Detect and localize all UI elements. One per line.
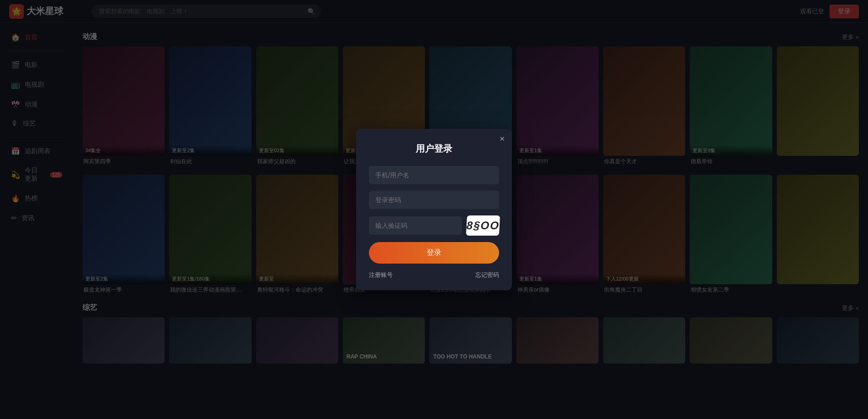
captcha-row: 8§OO [369,215,499,236]
modal-title: 用户登录 [369,143,499,155]
login-submit-button[interactable]: 登录 [369,242,499,264]
modal-links: 注册账号 忘记密码 [369,271,499,279]
captcha-input[interactable] [369,216,462,235]
modal-overlay[interactable]: × 用户登录 8§OO 登录 注册账号 忘记密码 [0,0,868,419]
captcha-image[interactable]: 8§OO [466,215,500,236]
forgot-link[interactable]: 忘记密码 [475,271,499,279]
modal-close-button[interactable]: × [500,134,505,144]
password-input[interactable] [369,191,499,209]
register-link[interactable]: 注册账号 [369,271,393,279]
login-modal: × 用户登录 8§OO 登录 注册账号 忘记密码 [356,129,512,290]
phone-input[interactable] [369,166,499,184]
